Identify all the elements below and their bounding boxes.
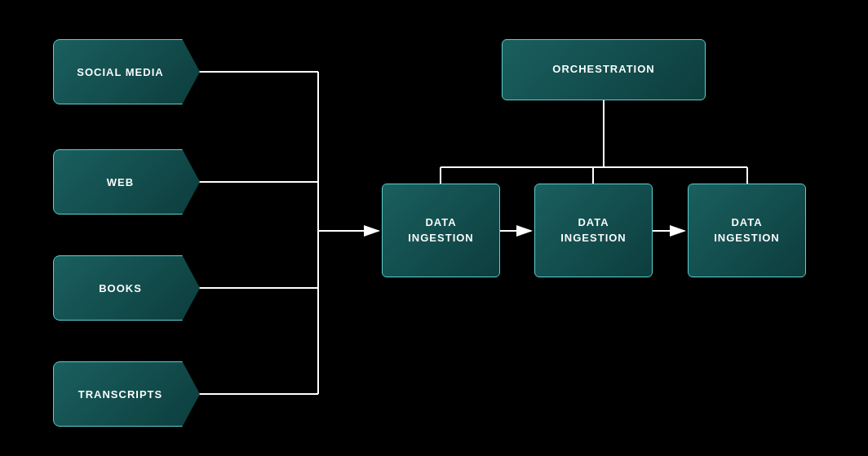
source-social-media: SOCIAL MEDIA xyxy=(53,39,200,104)
orchestration-node: ORCHESTRATION xyxy=(502,39,706,100)
ingestion-node-3: DATA INGESTION xyxy=(688,184,806,277)
diagram: SOCIAL MEDIA WEB BOOKS TRANSCRIPTS ORCHE… xyxy=(0,0,868,456)
source-books: BOOKS xyxy=(53,255,200,321)
ingestion-node-2: DATA INGESTION xyxy=(534,184,653,277)
source-transcripts: TRANSCRIPTS xyxy=(53,361,200,427)
source-web: WEB xyxy=(53,149,200,215)
ingestion-node-1: DATA INGESTION xyxy=(382,184,500,277)
